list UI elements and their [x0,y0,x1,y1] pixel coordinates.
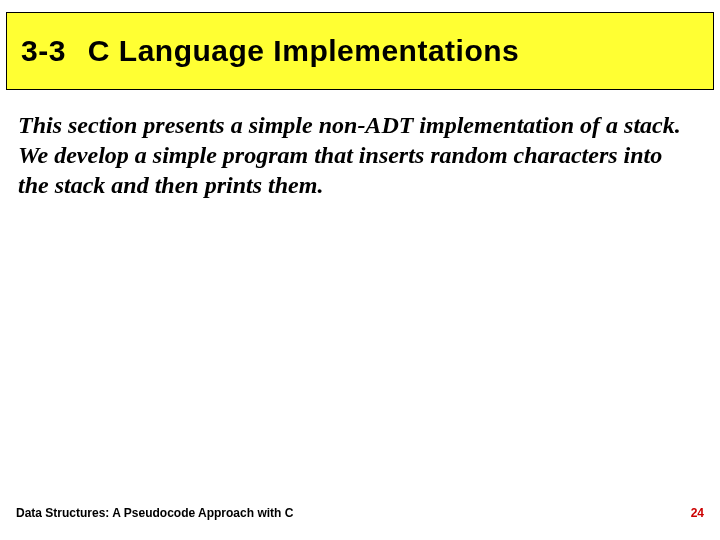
footer-book-title: Data Structures: A Pseudocode Approach w… [16,506,293,520]
footer: Data Structures: A Pseudocode Approach w… [16,506,704,520]
page-number: 24 [691,506,704,520]
section-number: 3-3 [21,34,66,68]
title-banner: 3-3C Language Implementations [6,12,714,90]
body-paragraph: This section presents a simple non-ADT i… [18,110,690,200]
slide-title: 3-3C Language Implementations [21,34,519,68]
section-name: C Language Implementations [88,34,519,67]
